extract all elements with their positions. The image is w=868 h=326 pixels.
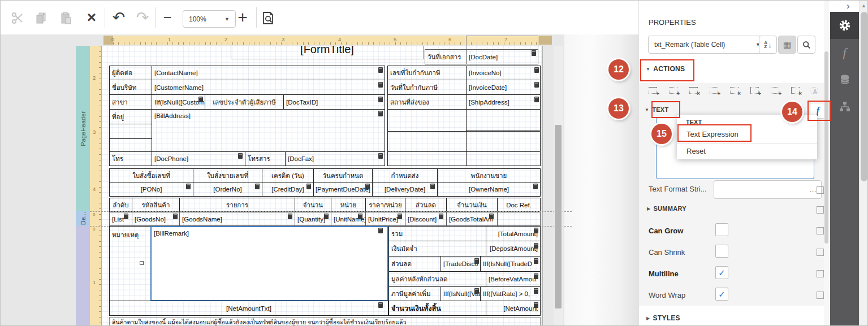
cell-detail-value[interactable]: [List	[109, 212, 132, 226]
scroll-up-icon[interactable]: ▲	[861, 3, 866, 8]
copy-icon[interactable]	[33, 11, 49, 25]
paste-icon[interactable]	[58, 11, 74, 25]
window-scrollbar-thumb[interactable]	[861, 12, 867, 181]
cell-ship-value[interactable]: [ShipAddress]	[466, 94, 541, 110]
band-pageheader[interactable]: PageHeader	[76, 46, 90, 212]
object-selector[interactable]: txt_Remark (Table Cell) ▼	[648, 36, 767, 54]
band-footer[interactable]	[76, 226, 90, 326]
cell-order-header[interactable]: กำหนดส่ง	[372, 168, 438, 182]
cell-form-title[interactable]: [FormTitle]	[231, 46, 424, 59]
cell-detail-header[interactable]: จำนวนเงิน	[446, 198, 498, 212]
cell-empty[interactable]	[387, 151, 467, 166]
cell-branch-value[interactable]: IIf(IsNull([Custom	[152, 94, 205, 110]
delete-cell-icon[interactable]: ×	[730, 87, 739, 94]
cell-netamount-label[interactable]: จำนวนเงินทั้งสิ้น	[388, 301, 486, 316]
cell-phone-label[interactable]: โทร	[109, 151, 152, 166]
redo-icon[interactable]: ↷	[133, 8, 152, 27]
cell-netamount-value[interactable]: [NetAmount	[486, 301, 541, 316]
cell-empty[interactable]	[466, 109, 541, 132]
cell-total-value[interactable]: IIf([VatRate] > 0,	[480, 286, 541, 301]
insert-cell-icon[interactable]: +	[710, 87, 718, 94]
menu-item-reset[interactable]: Reset	[686, 147, 706, 155]
cell-docdate-label[interactable]: วันที่เอกสาร	[425, 49, 467, 64]
cell-remark-label[interactable]: หมายเหตุ	[109, 226, 151, 301]
cell-total-label[interactable]: เงินมัดจำ	[388, 241, 486, 257]
cell-total-label[interactable]: มูลค่าหลังหักส่วนลด	[388, 271, 486, 287]
undo-icon[interactable]: ↶	[109, 8, 128, 27]
zoom-out-icon[interactable]: −	[159, 8, 176, 27]
cell-invoiceno-label[interactable]: เลขที่ใบกำกับภาษี	[387, 66, 467, 80]
cell-address-label[interactable]: ที่อยู่	[109, 109, 152, 124]
cell-empty[interactable]	[466, 131, 541, 152]
cell-detail-header[interactable]: รายการ	[179, 198, 295, 212]
cell-total-label[interactable]: ภาษีมูลค่าเพิ่ม	[388, 286, 441, 301]
insert-row-above-icon[interactable]: +	[649, 87, 657, 94]
cell-order-value[interactable]: [OwnerName]	[437, 182, 541, 197]
cell-address-label2[interactable]	[109, 124, 152, 139]
cell-order-value[interactable]: [DeliveryDate]	[372, 182, 438, 197]
cell-order-header[interactable]: ใบสั่งซื้อเลขที่	[109, 168, 193, 182]
band-detail[interactable]: De...	[76, 211, 90, 227]
cell-invoicedate-label[interactable]: วันที่ใบกำกับภาษี	[387, 80, 467, 95]
sort-alphabetical-button[interactable]: AZ ↓	[759, 36, 777, 54]
can-grow-checkbox[interactable]	[715, 223, 728, 236]
cell-remark-value-selected[interactable]: [BillRemark]	[150, 226, 388, 301]
cell-total-value[interactable]: IIf(IsNull([TradeD	[480, 256, 541, 272]
cell-docdate-value[interactable]: [DocDate]	[466, 49, 538, 64]
cell-order-value[interactable]: [PONo]	[109, 182, 193, 197]
cell-total-label[interactable]: ส่วนลด	[388, 256, 441, 272]
cell-detail-header[interactable]: ราคา/หน่วย	[365, 198, 405, 212]
cell-branch-label[interactable]: สาขา	[109, 94, 152, 110]
cell-invoicedate-value[interactable]: [InvoiceDate]	[466, 80, 541, 95]
sidebar-item-field-list[interactable]	[830, 66, 859, 93]
cell-fax-label[interactable]: โทรสาร	[245, 151, 286, 166]
auto-size-icon[interactable]: A	[810, 87, 818, 94]
cell-empty[interactable]	[387, 131, 467, 152]
search-properties-button[interactable]	[797, 36, 815, 54]
insert-column-left-icon[interactable]: +	[750, 87, 759, 94]
cell-detail-header[interactable]: Doc Ref.	[497, 198, 541, 212]
cell-detail-header[interactable]: จำนวน	[295, 198, 331, 212]
cell-empty[interactable]	[466, 36, 538, 50]
cell-order-value[interactable]: [PaymentDueDate]	[313, 182, 373, 197]
cell-order-header[interactable]: วันครบกำหนด	[313, 168, 373, 182]
zoom-level-select[interactable]: 100% ▼	[183, 10, 236, 28]
cell-detail-value[interactable]	[497, 212, 541, 226]
cell-address-label3[interactable]	[109, 138, 152, 152]
delete-row-icon[interactable]: ×	[689, 87, 698, 94]
word-wrap-checkbox[interactable]: ✓	[715, 288, 728, 301]
cell-detail-header[interactable]: ลำดับ	[109, 198, 132, 212]
zoom-in-icon[interactable]: +	[234, 7, 252, 28]
property-marker[interactable]	[817, 270, 824, 277]
cell-ship-label[interactable]: สถานที่ส่งของ	[387, 94, 467, 110]
sidebar-item-expressions[interactable]: f	[830, 39, 859, 66]
sidebar-item-properties[interactable]	[830, 12, 859, 39]
cell-total-label[interactable]: รวม	[388, 226, 486, 241]
cell-taxid-value[interactable]: [DocTaxID]	[283, 94, 385, 110]
cell-contact-value[interactable]: [ContactName]	[152, 66, 385, 80]
cell-order-header[interactable]: เครดิต (วัน)	[262, 168, 314, 182]
cell-fax-value[interactable]: [DocFax]	[285, 151, 385, 166]
canvas-scrollbar-thumb[interactable]	[555, 125, 562, 308]
cell-company-value[interactable]: [CustomerName]	[152, 80, 385, 95]
category-view-button[interactable]: ▦	[778, 36, 796, 54]
cell-contact-label[interactable]: ผู้ติดต่อ	[109, 66, 152, 80]
cell-detail-header[interactable]: รหัสสินค้า	[132, 198, 180, 212]
cell-detail-header[interactable]: ส่วนลด	[405, 198, 447, 212]
cell-empty[interactable]	[466, 151, 541, 166]
cell-phone-value[interactable]: [DocPhone]	[152, 151, 245, 166]
sidebar-item-report-explorer[interactable]	[830, 93, 859, 120]
resize-handle[interactable]	[140, 261, 144, 265]
preview-icon[interactable]	[260, 10, 277, 27]
cell-address-value[interactable]: [BillAddress]	[152, 109, 385, 152]
insert-row-below-icon[interactable]: +	[669, 87, 677, 94]
cell-company-label[interactable]: ชื่อบริษัท	[109, 80, 152, 95]
section-summary[interactable]: ▶SUMMARY	[647, 205, 686, 212]
cell-detail-value[interactable]: [GoodsName]	[179, 212, 295, 226]
property-marker[interactable]	[817, 227, 824, 234]
cell-order-header[interactable]: พนักงานขาย	[437, 168, 541, 182]
text-format-input[interactable]: …	[714, 180, 822, 199]
property-marker[interactable]	[817, 249, 824, 256]
multiline-checkbox[interactable]: ✓	[715, 266, 728, 279]
cell-order-value[interactable]: [OrderNo]	[193, 182, 262, 197]
